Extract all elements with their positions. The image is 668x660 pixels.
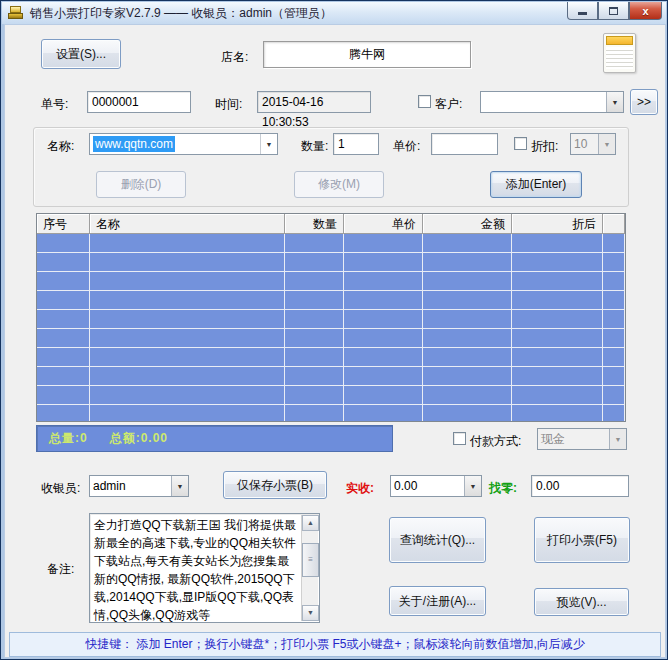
table-cell bbox=[512, 253, 603, 272]
order-number-input[interactable] bbox=[87, 91, 191, 113]
table-cell bbox=[285, 367, 344, 386]
table-cell bbox=[344, 386, 423, 405]
total-amount: 总额:0.00 bbox=[110, 430, 168, 447]
table-row[interactable] bbox=[37, 367, 625, 386]
maximize-button[interactable] bbox=[598, 2, 629, 20]
settings-button[interactable]: 设置(S)... bbox=[41, 39, 121, 69]
scroll-up-icon[interactable]: ▲ bbox=[302, 515, 319, 531]
table-cell bbox=[90, 310, 285, 329]
table-cell bbox=[90, 386, 285, 405]
shortcut-hints: 快捷键： 添加 Enter；换行小键盘*；打印小票 F5或小键盘+；鼠标滚轮向前… bbox=[85, 636, 585, 653]
table-cell bbox=[603, 405, 625, 421]
quantity-input[interactable] bbox=[333, 133, 379, 155]
table-cell bbox=[344, 291, 423, 310]
table-row[interactable] bbox=[37, 291, 625, 310]
table-cell bbox=[285, 386, 344, 405]
discount-combobox: 10 ▼ bbox=[570, 133, 616, 155]
table-column-header[interactable]: 名称 bbox=[90, 214, 285, 234]
item-name-value: www.qqtn.com bbox=[93, 136, 175, 152]
query-stats-button[interactable]: 查询统计(Q)... bbox=[389, 517, 486, 563]
table-cell bbox=[285, 291, 344, 310]
table-cell bbox=[37, 386, 90, 405]
unit-price-input[interactable] bbox=[431, 133, 498, 155]
table-cell bbox=[37, 367, 90, 386]
table-cell bbox=[512, 329, 603, 348]
table-cell bbox=[285, 253, 344, 272]
title-bar[interactable]: 销售小票打印专家V2.7.9 —— 收银员：admin（管理员） x bbox=[2, 2, 666, 24]
received-value: 0.00 bbox=[391, 478, 464, 494]
time-value-box: 2015-04-16 10:30:53 bbox=[257, 91, 371, 113]
calculator-icon[interactable] bbox=[603, 33, 636, 73]
table-column-header[interactable]: 序号 bbox=[37, 214, 90, 234]
table-cell bbox=[603, 310, 625, 329]
table-cell bbox=[603, 253, 625, 272]
received-combobox[interactable]: 0.00 ▼ bbox=[390, 475, 482, 497]
table-cell bbox=[423, 291, 512, 310]
table-cell bbox=[603, 348, 625, 367]
discount-dropdown-arrow-icon: ▼ bbox=[598, 134, 615, 154]
about-register-button[interactable]: 关于/注册(A)... bbox=[389, 586, 486, 616]
modify-button: 修改(M) bbox=[294, 171, 384, 198]
table-cell bbox=[37, 329, 90, 348]
items-table[interactable]: 序号名称数量单价金额折后 bbox=[36, 213, 626, 422]
table-cell bbox=[512, 272, 603, 291]
table-cell bbox=[285, 272, 344, 291]
close-icon: x bbox=[642, 5, 648, 17]
minimize-icon bbox=[578, 12, 587, 15]
cashier-label: 收银员: bbox=[41, 480, 80, 497]
minimize-button[interactable] bbox=[567, 2, 598, 20]
table-cell bbox=[344, 272, 423, 291]
change-input[interactable] bbox=[531, 475, 629, 497]
table-cell bbox=[90, 329, 285, 348]
item-name-combobox[interactable]: www.qqtn.com ▼ bbox=[89, 133, 278, 155]
customer-dropdown-arrow-icon[interactable]: ▼ bbox=[606, 92, 623, 112]
table-cell bbox=[512, 310, 603, 329]
customer-label: 客户: bbox=[435, 96, 462, 113]
store-name-label: 店名: bbox=[221, 49, 248, 66]
discount-checkbox[interactable] bbox=[514, 137, 527, 150]
unit-price-label: 单价: bbox=[393, 138, 420, 155]
cashier-dropdown-arrow-icon[interactable]: ▼ bbox=[171, 476, 188, 496]
table-column-header[interactable]: 数量 bbox=[285, 214, 344, 234]
table-column-header[interactable]: 金额 bbox=[423, 214, 512, 234]
remarks-textarea[interactable]: 全力打造QQ下载新王国 我们将提供最新最全的高速下载,专业的QQ相关软件下载站点… bbox=[89, 513, 320, 623]
print-receipt-button[interactable]: 打印小票(F5) bbox=[534, 517, 630, 563]
scroll-down-icon[interactable]: ▼ bbox=[302, 605, 319, 621]
table-cell bbox=[285, 310, 344, 329]
item-name-dropdown-arrow-icon[interactable]: ▼ bbox=[260, 134, 277, 154]
save-receipt-button[interactable]: 仅保存小票(B) bbox=[223, 471, 327, 499]
payment-method-checkbox[interactable] bbox=[453, 432, 466, 445]
remarks-scrollbar[interactable]: ▲ ≡ ▼ bbox=[301, 515, 318, 621]
table-cell bbox=[344, 234, 423, 253]
table-row[interactable] bbox=[37, 386, 625, 405]
table-row[interactable] bbox=[37, 272, 625, 291]
table-row[interactable] bbox=[37, 348, 625, 367]
app-icon bbox=[8, 6, 23, 20]
table-row[interactable] bbox=[37, 329, 625, 348]
table-cell bbox=[603, 386, 625, 405]
received-label: 实收: bbox=[346, 480, 374, 497]
table-row[interactable] bbox=[37, 310, 625, 329]
customer-combobox[interactable]: ▼ bbox=[480, 91, 624, 113]
total-quantity: 总量:0 bbox=[49, 430, 88, 447]
close-button[interactable]: x bbox=[629, 2, 662, 20]
item-name-label: 名称: bbox=[47, 138, 74, 155]
scrollbar-thumb[interactable]: ≡ bbox=[302, 543, 319, 577]
table-cell bbox=[344, 405, 423, 421]
table-row[interactable] bbox=[37, 405, 625, 421]
table-column-header[interactable]: 折后 bbox=[512, 214, 603, 234]
customer-checkbox[interactable] bbox=[418, 95, 431, 108]
received-dropdown-arrow-icon[interactable]: ▼ bbox=[464, 476, 481, 496]
table-cell bbox=[344, 310, 423, 329]
table-column-header[interactable] bbox=[603, 214, 625, 234]
expand-button[interactable]: >> bbox=[630, 89, 658, 115]
items-table-body[interactable] bbox=[37, 234, 625, 421]
table-row[interactable] bbox=[37, 234, 625, 253]
add-button[interactable]: 添加(Enter) bbox=[490, 171, 582, 198]
cashier-combobox[interactable]: admin ▼ bbox=[89, 475, 189, 497]
preview-button[interactable]: 预览(V)... bbox=[534, 588, 629, 616]
table-column-header[interactable]: 单价 bbox=[344, 214, 423, 234]
status-bar: 快捷键： 添加 Enter；换行小键盘*；打印小票 F5或小键盘+；鼠标滚轮向前… bbox=[9, 632, 661, 657]
store-name-value: 腾牛网 bbox=[349, 46, 385, 63]
table-row[interactable] bbox=[37, 253, 625, 272]
